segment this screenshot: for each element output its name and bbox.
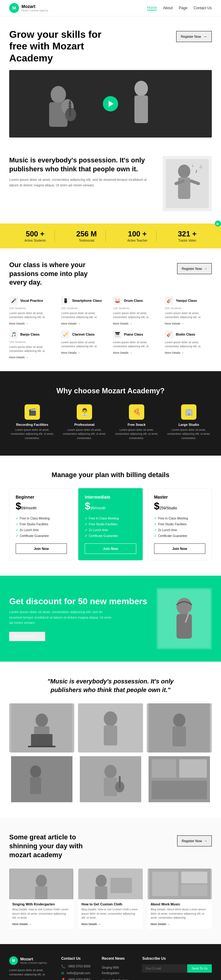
pricing-title: Manage your plan with billing details — [9, 471, 212, 479]
join-button-2[interactable]: Join Now — [154, 543, 205, 554]
discount-register-button[interactable]: Register Now → — [9, 632, 45, 641]
svg-rect-48 — [35, 886, 48, 899]
subscribe-input[interactable] — [142, 964, 187, 973]
class-desc-0: Lorem ipsum dolor sit amet, consectetur … — [9, 311, 56, 320]
blog-card-2: About Work Music Blog Details: About Wor… — [148, 869, 212, 929]
svg-point-12 — [178, 165, 190, 178]
footer-phone: 0800 0703 8009 — [68, 965, 90, 968]
svg-text:♩: ♩ — [192, 163, 194, 168]
footer-news-list: Singing With Kindergarten How to Get Cus… — [102, 964, 136, 980]
arrow-icon: → — [203, 34, 207, 39]
svg-point-35 — [30, 765, 41, 778]
feature-2-3: Certificate Guarantee — [154, 533, 205, 539]
why-icon-1: 👨‍💼 — [77, 404, 92, 420]
blog-more-0[interactable]: More Details — [12, 923, 70, 926]
phone-icon: 📞 — [61, 964, 66, 969]
classes-register-button[interactable]: Register Now → — [177, 263, 212, 274]
class-icon-2: 🥁 — [113, 296, 122, 305]
class-name-6: Piano Class — [124, 332, 143, 336]
quote-img-4 — [78, 756, 143, 802]
join-button-0[interactable]: Join Now — [16, 543, 67, 554]
svg-point-32 — [173, 714, 185, 727]
discount-arrow-icon: → — [37, 635, 40, 638]
class-desc-2: Lorem ipsum dolor sit amet, consectetur … — [113, 311, 160, 320]
nav-home[interactable]: Home — [147, 6, 157, 10]
quote-img-1 — [78, 703, 143, 752]
class-students-3: 20K Students — [165, 307, 212, 310]
blog-register-button[interactable]: Register Now → — [177, 835, 212, 846]
svg-rect-54 — [152, 872, 178, 896]
nav-about[interactable]: About — [163, 6, 173, 10]
logo-name: Mozart — [21, 4, 48, 9]
music-desc: Lorem ipsum dolor sit amet, consectetur … — [9, 177, 153, 188]
pricing-card-2: Master $259/Studio Free In Class Meeting… — [148, 488, 212, 560]
svg-point-47 — [36, 875, 47, 887]
why-card-3: 🏢 Large Studio Lorem ipsum dolor sit ame… — [166, 404, 212, 441]
footer-news-1[interactable]: How to Get Custom Cloth — [102, 977, 136, 980]
why-title-0: Recording Facilities — [9, 423, 55, 426]
class-more-4[interactable]: More Details — [9, 356, 56, 359]
class-card-7: 🎸 Biolin Class Lorem ipsum dolor sit ame… — [165, 330, 212, 359]
blog-more-1[interactable]: More Details — [81, 923, 139, 926]
nav-contact[interactable]: Contact Us — [194, 6, 212, 10]
class-icon-3: 🎸 — [165, 296, 173, 305]
class-card-6: 🎹 Piano Class Lorem ipsum dolor sit amet… — [113, 330, 160, 359]
footer-news-0[interactable]: Singing With Kindergarten — [102, 964, 136, 975]
stat-number-3: 321 + — [178, 230, 197, 238]
join-button-1[interactable]: Join Now — [85, 543, 136, 554]
blog-grid: Singing With Kindergarten Blog Details: … — [9, 869, 212, 929]
why-title-2: Free Snack — [114, 423, 160, 426]
feature-0-0: Free In Class Meeting — [16, 515, 67, 521]
class-card-3: 🎸 Yanqui Class 20K Students Lorem ipsum … — [165, 296, 212, 325]
feature-2-2: 2x Lunch time — [154, 527, 205, 533]
blog-card-desc-1: Blog Details: How to Get Custom Cloth Lo… — [81, 908, 139, 920]
stat-label-1: Testimonial — [76, 239, 97, 242]
blog-more-2[interactable]: More Details — [151, 923, 209, 926]
pricing-section: Manage your plan with billing details Be… — [0, 456, 221, 576]
footer-logo-icon: M — [9, 956, 18, 965]
footer: M Mozart Music Course Agency Lorem ipsum… — [0, 944, 221, 980]
class-name-4: Banjo Class — [20, 332, 40, 336]
quote-img-0 — [9, 703, 74, 752]
feature-0-3: Certificate Guarantee — [16, 533, 67, 539]
svg-rect-51 — [95, 886, 107, 899]
footer-contact-0: 📞 0800 0703 8009 — [61, 964, 95, 969]
class-students-4: 10K Students — [9, 340, 56, 344]
class-more-2[interactable]: More Details — [113, 322, 160, 325]
feature-0-1: Free Studio Facilities — [16, 521, 67, 527]
quote-images — [9, 703, 212, 752]
feature-0-2: 2x Lunch time — [16, 527, 67, 533]
class-desc-5: Lorem ipsum dolor sit amet, consectetur … — [61, 340, 108, 349]
class-icon-4: 🎵 — [9, 330, 18, 339]
plan-price-0: $69/month — [16, 501, 67, 511]
class-more-1[interactable]: More Details — [61, 322, 108, 325]
footer-contact: Contact Us 📞 0800 0703 8009 ✉ hello@gmai… — [61, 956, 95, 980]
blog-img-1 — [78, 869, 142, 899]
blog-card-title-0: Singing With Kindergarten — [12, 902, 70, 906]
hero-title: Grow your skills for free with Mozart Ac… — [9, 29, 114, 64]
class-more-0[interactable]: More Details — [9, 322, 56, 325]
class-more-5[interactable]: More Details — [61, 351, 108, 354]
svg-rect-34 — [11, 756, 72, 802]
discount-left: Get discount for 50 new members Lorem ip… — [9, 597, 157, 641]
class-students-0: 10K Students — [9, 307, 56, 310]
class-name-2: Drum Class — [124, 299, 143, 302]
class-name-0: Vocal Practice — [20, 299, 43, 302]
why-section: Why choose Mozart Academy? 🎬 Recording F… — [0, 371, 221, 456]
class-more-3[interactable]: More Details — [165, 322, 212, 325]
class-card-1: 📱 Smartphone Class 25K Students Lorem ip… — [61, 296, 108, 325]
quote-text: "Music is everybody's possession. It's o… — [34, 677, 187, 694]
logo-text-block: Mozart Music Course Agency — [21, 4, 48, 12]
class-desc-7: Lorem ipsum dolor sit amet, consectetur … — [165, 340, 212, 349]
email-icon: ✉ — [61, 971, 64, 975]
why-icon-0: 🎬 — [25, 404, 40, 420]
play-button[interactable] — [103, 96, 118, 111]
nav-page[interactable]: Page — [179, 6, 188, 10]
class-more-7[interactable]: More Details — [165, 351, 212, 354]
blog-img-2 — [148, 869, 212, 899]
subscribe-button[interactable]: Send To Us — [187, 964, 212, 973]
class-more-6[interactable]: More Details — [113, 351, 160, 354]
hero-register-button[interactable]: Register Now → — [176, 31, 212, 42]
plan-name-1: Intermediate — [85, 495, 136, 500]
class-card-4: 🎵 Banjo Class 10K Students Lorem ipsum d… — [9, 330, 56, 359]
